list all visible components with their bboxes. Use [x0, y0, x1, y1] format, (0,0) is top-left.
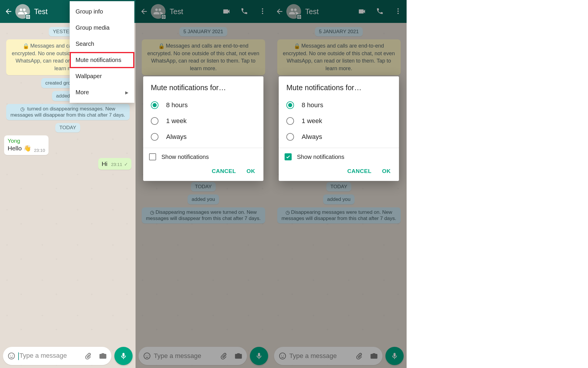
radio-icon	[151, 101, 158, 109]
checkbox-icon	[285, 153, 292, 160]
radio-icon	[286, 101, 294, 109]
message-input[interactable]: Type a message	[3, 347, 111, 365]
message-text: Hi	[102, 160, 108, 167]
screen-dialog-checked: Test 5 JANUARY 2021 🔒Messages and calls …	[271, 0, 407, 368]
svg-point-3	[12, 355, 13, 356]
screen-dialog-unchecked: Test 5 JANUARY 2021 🔒Messages and calls …	[136, 0, 271, 368]
radio-icon	[286, 133, 294, 141]
screen-chat-menu: Test YESTERDAY 🔒Messages and calls are e…	[0, 0, 136, 368]
cancel-button[interactable]: CANCEL	[347, 168, 371, 174]
menu-group-info[interactable]: Group info	[70, 4, 134, 20]
dialog-title: Mute notifications for…	[143, 76, 263, 97]
ok-button[interactable]: OK	[382, 168, 391, 174]
dialog-title: Mute notifications for…	[279, 76, 399, 97]
ok-button[interactable]: OK	[247, 168, 255, 174]
svg-point-2	[10, 355, 11, 356]
lock-icon: 🔒	[23, 43, 29, 50]
show-notifications-checkbox[interactable]: Show notifications	[143, 148, 263, 162]
system-disappearing: ◷ turned on disappearing messages. New m…	[6, 104, 130, 120]
disappearing-badge-icon	[26, 14, 31, 19]
message-time: 23:11	[111, 162, 122, 167]
message-out[interactable]: Hi 23:11 ✓	[98, 158, 131, 170]
menu-search[interactable]: Search	[70, 36, 134, 52]
message-text: Hello 👋	[8, 145, 31, 152]
menu-wallpaper[interactable]: Wallpaper	[70, 68, 134, 84]
radio-8-hours[interactable]: 8 hours	[143, 97, 263, 113]
message-sender: Yong	[8, 138, 45, 144]
clock-icon: ◷	[20, 106, 25, 112]
delivered-tick-icon: ✓	[124, 162, 128, 167]
radio-icon	[286, 117, 294, 125]
emoji-icon[interactable]	[7, 352, 16, 360]
mute-dialog: Mute notifications for… 8 hours 1 week A…	[143, 76, 263, 181]
chat-avatar[interactable]	[15, 4, 30, 19]
radio-icon	[151, 117, 158, 125]
modal-scrim[interactable]	[271, 0, 407, 368]
input-bar: Type a message	[3, 347, 133, 365]
show-notifications-checkbox[interactable]: Show notifications	[279, 148, 399, 162]
message-time: 23:10	[34, 148, 45, 153]
modal-scrim[interactable]	[136, 0, 271, 368]
chevron-right-icon: ▶	[125, 90, 128, 95]
radio-1-week[interactable]: 1 week	[143, 113, 263, 129]
radio-1-week[interactable]: 1 week	[279, 113, 399, 129]
svg-point-1	[9, 353, 15, 359]
attach-icon[interactable]	[83, 352, 92, 360]
radio-always[interactable]: Always	[143, 129, 263, 145]
radio-icon	[151, 133, 158, 141]
mute-dialog: Mute notifications for… 8 hours 1 week A…	[279, 76, 399, 181]
input-placeholder: Type a message	[18, 352, 83, 360]
radio-always[interactable]: Always	[279, 129, 399, 145]
menu-more[interactable]: More▶	[70, 84, 134, 100]
menu-mute-notifications[interactable]: Mute notifications	[70, 52, 134, 68]
date-separator: TODAY	[55, 123, 80, 132]
back-arrow-icon[interactable]	[4, 7, 13, 16]
checkbox-icon	[149, 153, 156, 160]
cancel-button[interactable]: CANCEL	[212, 168, 236, 174]
menu-group-media[interactable]: Group media	[70, 20, 134, 36]
radio-8-hours[interactable]: 8 hours	[279, 97, 399, 113]
camera-icon[interactable]	[98, 352, 107, 360]
mic-button[interactable]	[114, 347, 133, 365]
message-in[interactable]: Yong Hello 👋 23:10	[4, 135, 49, 155]
overflow-menu: Group info Group media Search Mute notif…	[70, 1, 134, 103]
